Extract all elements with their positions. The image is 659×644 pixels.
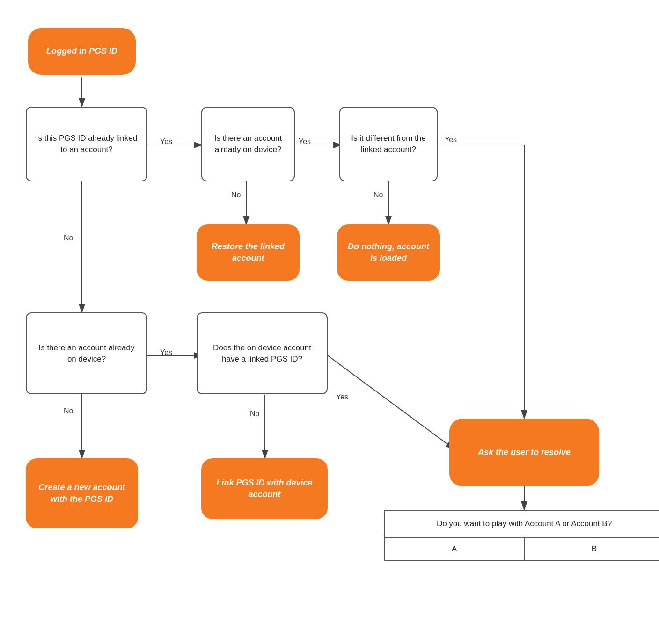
label-yes5: Yes: [336, 393, 348, 401]
label-yes2: Yes: [299, 137, 311, 146]
create-label: Create a new account with the PGS ID: [35, 482, 129, 505]
q4-label: Is there an account already on device?: [33, 342, 140, 365]
node-q1: Is this PGS ID already linked to an acco…: [26, 107, 147, 181]
node-start: Logged in PGS ID: [28, 28, 136, 75]
label-yes4: Yes: [160, 348, 172, 357]
link-label: Link PGS ID with device account: [211, 477, 318, 500]
label-yes1: Yes: [160, 137, 172, 146]
resolve-label: Ask the user to resolve: [478, 447, 571, 458]
svg-line-9: [328, 355, 454, 449]
q5-label: Does the on device account have a linked…: [204, 342, 320, 365]
q2-label: Is there an account already on device?: [209, 133, 287, 155]
dialog-btn-a[interactable]: A: [385, 538, 525, 560]
start-label: Logged in PGS ID: [46, 45, 117, 57]
node-link: Link PGS ID with device account: [201, 458, 328, 519]
node-donothing: Do nothing, account is loaded: [337, 224, 440, 281]
donothing-label: Do nothing, account is loaded: [346, 241, 431, 264]
label-no5: No: [250, 410, 259, 418]
node-q5: Does the on device account have a linked…: [197, 312, 328, 394]
node-q3: Is it different from the linked account?: [339, 107, 438, 181]
q1-label: Is this PGS ID already linked to an acco…: [33, 133, 140, 155]
label-no1: No: [64, 234, 73, 242]
node-q2: Is there an account already on device?: [201, 107, 295, 181]
dialog-buttons: A B: [385, 538, 659, 560]
label-no3: No: [373, 191, 383, 199]
node-q4: Is there an account already on device?: [26, 312, 147, 394]
dialog-box: Do you want to play with Account A or Ac…: [384, 510, 659, 561]
node-create: Create a new account with the PGS ID: [26, 458, 138, 528]
node-restore: Restore the linked account: [197, 224, 300, 281]
label-no4: No: [64, 407, 73, 415]
dialog-question: Do you want to play with Account A or Ac…: [385, 511, 659, 538]
flowchart: Logged in PGS ID Is this PGS ID already …: [0, 0, 659, 644]
label-no2: No: [231, 191, 241, 199]
q3-label: Is it different from the linked account?: [347, 133, 430, 155]
dialog-btn-b[interactable]: B: [525, 538, 659, 560]
restore-label: Restore the linked account: [206, 241, 290, 264]
node-resolve: Ask the user to resolve: [449, 419, 599, 486]
label-yes3: Yes: [445, 136, 457, 144]
